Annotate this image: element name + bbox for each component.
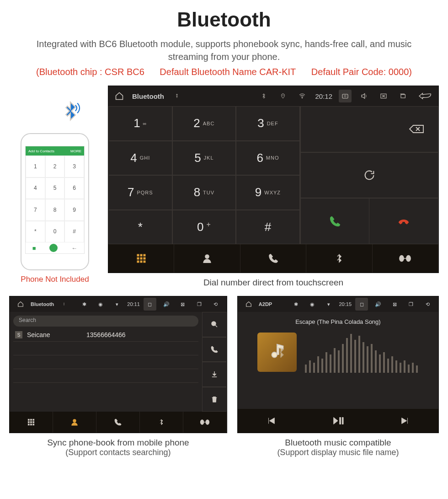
key-star[interactable]: * <box>108 210 172 245</box>
prev-track-button[interactable] <box>238 409 304 433</box>
key-7[interactable]: 7PQRS <box>108 175 172 210</box>
bluetooth-status-icon: ✱ <box>78 298 91 311</box>
search-button[interactable] <box>202 312 227 337</box>
volume-icon[interactable]: 🔊 <box>372 298 384 311</box>
key-5[interactable]: 5JKL <box>172 141 236 176</box>
contact-row-empty <box>13 342 198 355</box>
nav-contacts[interactable] <box>174 244 240 273</box>
spec-name: Default Bluetooth Name CAR-KIT <box>160 67 296 77</box>
phone-mock-column: Add to Contacts MORE 123456789*0# ■ ← Ph… <box>9 86 101 284</box>
contact-row[interactable]: S Seicane 13566664466 <box>13 328 198 342</box>
svg-rect-27 <box>33 424 34 425</box>
call-contact-button[interactable] <box>202 337 227 362</box>
svg-rect-13 <box>140 261 142 263</box>
svg-rect-5 <box>401 95 405 98</box>
next-track-button[interactable] <box>372 409 438 433</box>
close-app-icon[interactable]: ⊠ <box>388 298 401 311</box>
play-pause-button[interactable] <box>304 409 371 433</box>
svg-point-0 <box>283 95 283 96</box>
svg-point-1 <box>302 97 303 98</box>
nav-bluetooth[interactable] <box>306 244 372 273</box>
svg-point-17 <box>406 255 411 261</box>
screenshot-icon[interactable] <box>339 90 352 102</box>
key-3[interactable]: 3DEF <box>236 106 300 141</box>
recent-apps-icon[interactable]: ❐ <box>405 298 417 311</box>
app-title: A2DP <box>259 301 272 307</box>
home-icon[interactable] <box>242 298 255 311</box>
nav-contacts[interactable] <box>53 412 96 433</box>
nav-bluetooth[interactable] <box>140 412 183 433</box>
nav-pair[interactable] <box>183 412 227 433</box>
bluetooth-status-icon: ✱ <box>289 298 302 311</box>
statusbar: Bluetooth 20:12 <box>108 86 438 106</box>
back-icon[interactable] <box>416 90 434 102</box>
song-title: Escape (The Pina Colada Song) <box>295 318 380 325</box>
phone-caption: Phone Not Included <box>9 275 101 284</box>
phone-keypad: 123456789*0# <box>26 156 84 242</box>
backspace-button[interactable] <box>300 107 438 152</box>
svg-point-3 <box>344 95 346 97</box>
svg-rect-2 <box>342 94 348 98</box>
key-2[interactable]: 2ABC <box>172 106 236 141</box>
location-icon <box>277 90 289 102</box>
back-icon[interactable]: ⟲ <box>421 298 434 311</box>
dialer-caption: Dial number direct from touchscreen <box>108 278 439 288</box>
delete-contact-button[interactable] <box>202 387 227 412</box>
search-input[interactable]: Search <box>13 316 198 327</box>
page-title: Bluetooth <box>9 8 439 31</box>
dial-pad: 1∞ 2ABC 3DEF 4GHI 5JKL 6MNO 7PQRS 8TUV 9… <box>108 106 300 244</box>
screenshot-icon[interactable]: ◻ <box>355 298 368 311</box>
screenshot-icon[interactable]: ◻ <box>144 298 156 311</box>
music-visualizer <box>305 332 419 373</box>
home-icon[interactable] <box>14 298 27 311</box>
usb-icon <box>58 298 70 311</box>
key-0[interactable]: 0+ <box>172 210 236 245</box>
smartphone-mock: Add to Contacts MORE 123456789*0# ■ ← <box>21 133 89 270</box>
contact-row-empty <box>13 355 198 369</box>
recent-apps-icon[interactable]: ❐ <box>193 298 206 311</box>
svg-point-30 <box>206 420 209 424</box>
contact-row-empty <box>13 369 198 383</box>
contact-row-empty <box>13 383 198 397</box>
wifi-icon: ▾ <box>322 298 335 311</box>
headunit-dialer: Bluetooth 20:12 1∞ 2ABC <box>108 86 439 273</box>
phone-video-icon: ■ <box>32 245 36 252</box>
key-6[interactable]: 6MNO <box>236 141 300 176</box>
svg-rect-26 <box>30 424 32 425</box>
key-9[interactable]: 9WXYZ <box>236 175 300 210</box>
svg-point-15 <box>205 255 209 258</box>
close-app-icon[interactable] <box>377 90 390 102</box>
svg-rect-19 <box>28 419 29 420</box>
home-icon[interactable] <box>113 90 126 102</box>
app-title: Bluetooth <box>132 92 164 100</box>
svg-rect-11 <box>144 258 145 259</box>
volume-icon[interactable] <box>358 90 371 102</box>
key-4[interactable]: 4GHI <box>108 141 172 176</box>
redial-button[interactable] <box>300 153 438 198</box>
nav-recents[interactable] <box>240 244 306 273</box>
call-hangup-button[interactable] <box>369 199 438 244</box>
bluetooth-status-icon <box>257 90 270 102</box>
bluetooth-signal-icon <box>59 100 82 124</box>
location-icon: ◉ <box>94 298 107 311</box>
nav-keypad[interactable] <box>108 244 174 273</box>
nav-recents[interactable] <box>96 412 140 433</box>
svg-rect-8 <box>144 254 145 256</box>
recent-apps-icon[interactable] <box>396 90 409 102</box>
back-icon[interactable]: ⟲ <box>209 298 222 311</box>
volume-icon[interactable]: 🔊 <box>160 298 173 311</box>
nav-keypad[interactable] <box>10 412 53 433</box>
key-1[interactable]: 1∞ <box>108 106 172 141</box>
call-answer-button[interactable] <box>300 199 369 244</box>
nav-pair[interactable] <box>373 244 438 273</box>
svg-point-29 <box>200 420 203 424</box>
usb-icon <box>171 90 183 102</box>
app-title: Bluetooth <box>31 301 54 307</box>
key-hash[interactable]: # <box>236 210 300 245</box>
svg-rect-20 <box>30 419 32 420</box>
clock: 20:15 <box>339 301 352 307</box>
sync-down-button[interactable] <box>202 362 227 387</box>
key-8[interactable]: 8TUV <box>172 175 236 210</box>
phone-call-button-icon <box>49 244 58 252</box>
close-app-icon[interactable]: ⊠ <box>176 298 189 311</box>
